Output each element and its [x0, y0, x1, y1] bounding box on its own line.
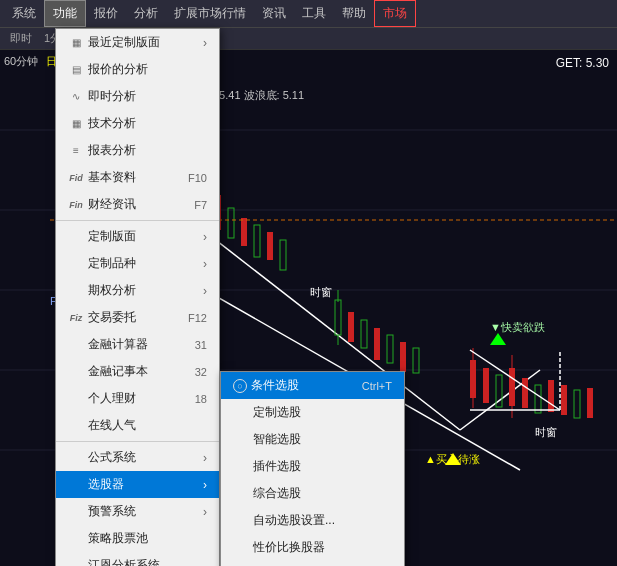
trading-icon: Fiz	[68, 313, 84, 323]
report-icon: ≡	[68, 145, 84, 156]
menu-market[interactable]: 市场	[374, 0, 416, 27]
svg-rect-34	[348, 312, 354, 342]
submenu-item-plugin[interactable]: 插件选股	[221, 453, 404, 480]
separator-1	[56, 220, 219, 221]
menu-system[interactable]: 系统	[4, 1, 44, 26]
svg-rect-27	[241, 218, 247, 246]
menu-news[interactable]: 资讯	[254, 1, 294, 26]
tech-icon: ▦	[68, 118, 84, 129]
menu-item-financial-news[interactable]: Fin财经资讯 F7	[56, 191, 219, 218]
menu-item-online-popularity[interactable]: 在线人气	[56, 412, 219, 439]
menu-item-tech-analysis[interactable]: ▦技术分析	[56, 110, 219, 137]
svg-rect-30	[280, 240, 286, 270]
menu-item-basic-data[interactable]: Fid基本资料 F10	[56, 164, 219, 191]
svg-rect-35	[361, 320, 367, 348]
menu-item-strategy-pool[interactable]: 策略股票池	[56, 525, 219, 552]
menu-item-personal-finance[interactable]: 个人理财 18	[56, 385, 219, 412]
menu-item-jiangen-analysis[interactable]: 江恩分析系统	[56, 552, 219, 566]
submenu-item-custom[interactable]: 定制选股	[221, 399, 404, 426]
menu-quote[interactable]: 报价	[86, 1, 126, 26]
svg-rect-49	[535, 385, 541, 413]
svg-rect-50	[548, 380, 554, 412]
menu-item-financial-notes[interactable]: 金融记事本 32	[56, 358, 219, 385]
menu-help[interactable]: 帮助	[334, 1, 374, 26]
fid-icon: Fid	[68, 173, 84, 183]
menu-analysis[interactable]: 分析	[126, 1, 166, 26]
svg-rect-31	[335, 300, 341, 335]
submenu-item-smart[interactable]: 智能选股	[221, 426, 404, 453]
svg-rect-26	[228, 208, 234, 238]
svg-rect-43	[483, 368, 489, 403]
grid-icon: ▦	[68, 37, 84, 48]
svg-rect-48	[522, 378, 528, 408]
stock-selector-submenu: ○ 条件选股 Ctrl+T 定制选股 智能选股 插件选股 综合选股 自动选股设置…	[220, 371, 405, 566]
fin-icon: Fin	[68, 200, 84, 210]
sell-annotation: ▼快卖欲跌	[490, 320, 545, 335]
svg-rect-37	[387, 335, 393, 363]
menu-bar: 系统 功能 报价 分析 扩展市场行情 资讯 工具 帮助 市场	[0, 0, 617, 28]
features-dropdown: ▦最近定制版面 › ▤报价的分析 ∿即时分析 ▦技术分析 ≡报表分析 Fid基本…	[55, 28, 220, 566]
menu-item-stock-selector[interactable]: 选股器 ›	[56, 471, 219, 498]
svg-rect-53	[587, 388, 593, 418]
svg-rect-51	[561, 385, 567, 415]
table-icon: ▤	[68, 64, 84, 75]
menu-extended[interactable]: 扩展市场行情	[166, 1, 254, 26]
menu-item-custom-type[interactable]: 定制品种 ›	[56, 250, 219, 277]
realtime-icon: ∿	[68, 91, 84, 102]
menu-item-financial-calc[interactable]: 金融计算器 31	[56, 331, 219, 358]
menu-item-options-analysis[interactable]: 期权分析 ›	[56, 277, 219, 304]
submenu-item-value-swap[interactable]: 性价比换股器	[221, 534, 404, 561]
menu-item-recent-layouts[interactable]: ▦最近定制版面 ›	[56, 29, 219, 56]
menu-tools[interactable]: 工具	[294, 1, 334, 26]
separator-2	[56, 441, 219, 442]
svg-rect-39	[413, 348, 419, 373]
toolbar-time[interactable]: 即时	[4, 29, 38, 48]
condition-circle-icon: ○	[233, 379, 247, 393]
submenu-item-convertible[interactable]: 股转公司选股	[221, 561, 404, 566]
menu-item-quote-analysis[interactable]: ▤报价的分析	[56, 56, 219, 83]
window-label-2: 时窗	[535, 425, 557, 440]
svg-rect-40	[470, 360, 476, 398]
submenu-item-comprehensive[interactable]: 综合选股	[221, 480, 404, 507]
svg-rect-28	[254, 225, 260, 257]
menu-item-custom-layout[interactable]: 定制版面 ›	[56, 223, 219, 250]
submenu-item-auto-settings[interactable]: 自动选股设置...	[221, 507, 404, 534]
menu-item-realtime-analysis[interactable]: ∿即时分析	[56, 83, 219, 110]
buy-annotation: ▲买入待涨	[425, 452, 480, 467]
submenu-item-condition[interactable]: ○ 条件选股 Ctrl+T	[221, 372, 404, 399]
svg-rect-38	[400, 342, 406, 372]
menu-features[interactable]: 功能	[44, 0, 86, 27]
menu-item-formula-system[interactable]: 公式系统 ›	[56, 444, 219, 471]
svg-rect-52	[574, 390, 580, 418]
svg-rect-29	[267, 232, 273, 260]
window-label-1: 时窗	[310, 285, 332, 300]
menu-item-trading[interactable]: Fiz交易委托 F12	[56, 304, 219, 331]
svg-rect-36	[374, 328, 380, 360]
menu-item-report-analysis[interactable]: ≡报表分析	[56, 137, 219, 164]
svg-rect-45	[509, 368, 515, 406]
menu-item-alert-system[interactable]: 预警系统 ›	[56, 498, 219, 525]
